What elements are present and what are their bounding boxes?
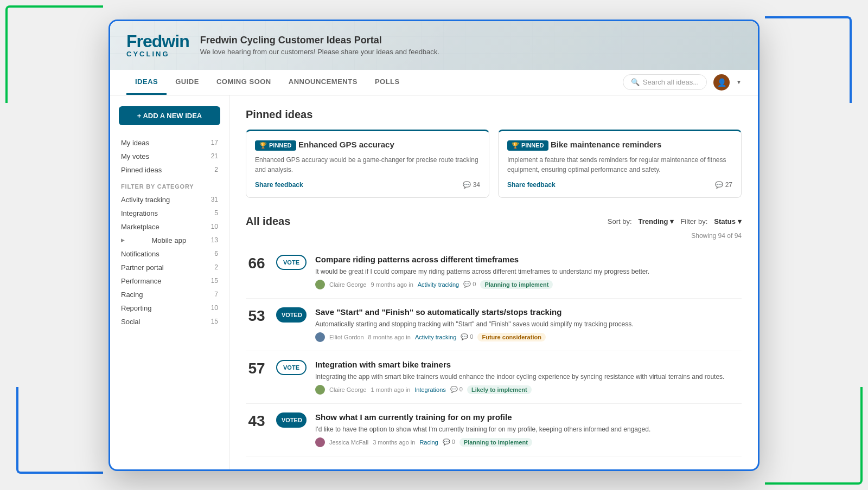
sidebar-item-count: 5: [214, 209, 218, 217]
chevron-down-icon: ▼: [736, 79, 742, 85]
sort-button[interactable]: Trending ▾: [639, 217, 674, 225]
site-header: Fredwin CYCLING Fredwin Cycling Customer…: [110, 21, 758, 70]
content-area: Pinned ideas 🏆 PINNED Enhanced GPS accur…: [229, 95, 758, 469]
category-2[interactable]: Activity tracking: [415, 334, 456, 340]
idea-title-1: Compare riding patterns across different…: [315, 255, 742, 264]
idea-item-3: 57 VOTE Integration with smart bike trai…: [246, 351, 742, 404]
sidebar-item-performance[interactable]: Performance 15: [119, 274, 220, 288]
search-placeholder: Search all ideas...: [643, 78, 699, 86]
pinned-card-1-desc: Enhanced GPS accuracy would be a game-ch…: [255, 155, 480, 175]
sidebar-item-pinned-ideas[interactable]: Pinned ideas 2: [119, 163, 220, 177]
nav-right: 🔍 Search all ideas... 👤 ▼: [623, 74, 742, 91]
vote-count-4: 43: [246, 412, 267, 430]
vote-button-1[interactable]: VOTE: [276, 255, 307, 270]
pinned-ideas-title: Pinned ideas: [246, 108, 742, 121]
author-4: Jessica McFall: [329, 439, 368, 446]
sidebar-item-partner-portal[interactable]: Partner portal 2: [119, 261, 220, 274]
sidebar-item-racing[interactable]: Racing 7: [119, 288, 220, 301]
all-ideas-title: All ideas: [246, 215, 290, 228]
sidebar-item-count: 10: [211, 304, 218, 312]
sidebar-item-label: Racing: [121, 291, 143, 299]
nav-bar: IDEAS GUIDE COMING SOON ANNOUNCEMENTS PO…: [110, 70, 758, 95]
sidebar-item-count: 6: [214, 250, 218, 257]
sidebar-item-label: Social: [121, 318, 140, 326]
tab-ideas[interactable]: IDEAS: [126, 70, 167, 95]
sidebar-item-mobile-app[interactable]: Mobile app 13: [119, 234, 220, 247]
idea-item-4: 43 VOTED Show what I am currently traini…: [246, 404, 742, 456]
share-feedback-link-1[interactable]: Share feedback: [255, 181, 303, 189]
idea-content-2: Save "Start" and "Finish" so automatical…: [315, 307, 742, 342]
comment-icon: 💬: [463, 181, 471, 189]
tab-announcements[interactable]: ANNOUNCEMENTS: [280, 70, 366, 95]
sidebar-item-marketplace[interactable]: Marketplace 10: [119, 220, 220, 234]
status-badge-2: Future consideration: [477, 333, 545, 341]
sidebar-item-reporting[interactable]: Reporting 10: [119, 301, 220, 315]
vote-button-3[interactable]: VOTE: [276, 360, 307, 375]
sidebar-item-label: Marketplace: [121, 223, 159, 231]
idea-title-4: Show what I am currently training for on…: [315, 412, 742, 422]
sidebar-item-my-ideas[interactable]: My ideas 17: [119, 136, 220, 150]
user-avatar-4: [315, 437, 325, 447]
sidebar: + ADD A NEW IDEA My ideas 17 My votes 21…: [110, 95, 229, 469]
pinned-badge-1: 🏆 PINNED: [255, 140, 296, 151]
add-idea-button[interactable]: + ADD A NEW IDEA: [119, 106, 220, 125]
status-badge-3: Likely to implement: [467, 385, 532, 394]
category-4[interactable]: Racing: [419, 439, 438, 446]
search-box[interactable]: 🔍 Search all ideas...: [623, 74, 707, 90]
sidebar-item-label: Partner portal: [121, 263, 164, 272]
sidebar-item-label: Notifications: [121, 250, 159, 258]
pinned-card-2-title: Bike maintenance reminders: [551, 140, 661, 149]
status-badge-4: Planning to implement: [459, 438, 532, 447]
header-title: Fredwin Cycling Customer Ideas Portal: [200, 35, 439, 46]
deco-corner-br: [765, 387, 863, 485]
time-3: 1 month ago in: [371, 386, 410, 393]
idea-meta-4: Jessica McFall 3 months ago in Racing 💬 …: [315, 437, 742, 447]
idea-desc-2: Automatically starting and stopping trac…: [315, 319, 742, 329]
sidebar-item-my-votes[interactable]: My votes 21: [119, 150, 220, 163]
idea-item-2: 53 VOTED Save "Start" and "Finish" so au…: [246, 299, 742, 351]
sidebar-item-activity-tracking[interactable]: Activity tracking 31: [119, 193, 220, 207]
all-ideas-header: All ideas Sort by: Trending ▾ Filter by:…: [246, 215, 742, 228]
share-feedback-link-2[interactable]: Share feedback: [507, 181, 556, 189]
showing-text: Showing 94 of 94: [246, 232, 742, 240]
time-1: 9 months ago in: [371, 281, 413, 288]
sort-label: Sort by:: [608, 217, 632, 225]
tab-guide[interactable]: GUIDE: [167, 70, 208, 95]
browser-window: Fredwin CYCLING Fredwin Cycling Customer…: [108, 20, 760, 471]
time-4: 3 months ago in: [373, 439, 415, 446]
chevron-down-sort-icon: ▾: [670, 217, 674, 225]
deco-corner-bl: [16, 387, 103, 474]
comments-1: 💬 0: [463, 281, 476, 288]
filter-label: Filter by:: [680, 217, 707, 225]
nav-tabs: IDEAS GUIDE COMING SOON ANNOUNCEMENTS PO…: [126, 70, 409, 95]
idea-content-4: Show what I am currently training for on…: [315, 412, 742, 447]
sidebar-item-count: 7: [214, 291, 218, 298]
header-subtitle: We love hearing from our customers! Plea…: [200, 48, 439, 56]
vote-button-2[interactable]: VOTED: [276, 307, 307, 323]
sidebar-item-label: Reporting: [121, 304, 151, 312]
comments-2: 💬 0: [461, 333, 473, 340]
user-avatar-3: [315, 385, 325, 395]
tab-coming-soon[interactable]: COMING SOON: [208, 70, 280, 95]
avatar[interactable]: 👤: [713, 74, 730, 91]
sidebar-item-count: 2: [214, 166, 218, 173]
idea-item-1: 66 VOTE Compare riding patterns across d…: [246, 246, 742, 299]
sidebar-item-social[interactable]: Social 15: [119, 315, 220, 328]
filter-button[interactable]: Status ▾: [714, 217, 742, 225]
sidebar-item-count: 10: [211, 223, 218, 230]
vote-button-4[interactable]: VOTED: [276, 412, 307, 428]
category-3[interactable]: Integrations: [414, 386, 445, 393]
sidebar-item-count: 31: [211, 196, 218, 203]
status-badge-1: Planning to implement: [480, 280, 553, 289]
pinned-card-2-desc: Implement a feature that sends reminders…: [507, 155, 732, 175]
comment-icon-2: 💬: [715, 181, 723, 189]
sidebar-item-notifications[interactable]: Notifications 6: [119, 247, 220, 261]
deco-corner-tr: [765, 16, 852, 103]
pinned-card-1-title: Enhanced GPS accuracy: [298, 140, 394, 149]
tab-polls[interactable]: POLLS: [366, 70, 409, 95]
sidebar-item-integrations[interactable]: Integrations 5: [119, 207, 220, 220]
vote-count-1: 66: [246, 255, 267, 272]
pinned-card-1: 🏆 PINNED Enhanced GPS accuracy Enhanced …: [246, 130, 489, 198]
category-1[interactable]: Activity tracking: [418, 281, 459, 288]
search-icon: 🔍: [631, 78, 640, 86]
